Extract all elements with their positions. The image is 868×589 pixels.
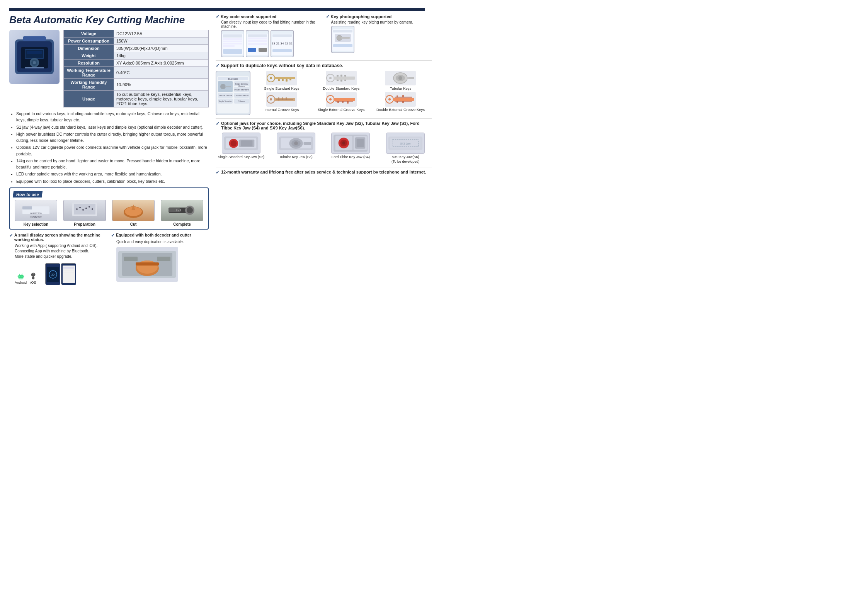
step-preparation: Preparation (63, 200, 106, 226)
svg-rect-139 (334, 98, 355, 101)
spec-label: Usage (64, 91, 114, 107)
svg-rect-77 (259, 48, 267, 52)
dup-content: Duplicate Single External Groove Double … (216, 71, 432, 115)
jaw-grid: Single Standard Key Jaw (S2) (216, 133, 432, 164)
svg-rect-114 (282, 79, 284, 81)
app-screenshot-2 (61, 263, 76, 284)
svg-point-128 (398, 76, 402, 80)
svg-rect-119 (334, 77, 355, 80)
svg-rect-75 (248, 43, 267, 45)
svg-point-8 (33, 61, 36, 64)
svg-text:20: 20 (51, 273, 54, 276)
svg-rect-76 (248, 48, 256, 52)
jaw-s6-img: SX9 Jaw (386, 133, 425, 154)
bullet-list: Support to cut various keys, including a… (9, 111, 209, 184)
spec-row: ResolutionXY Axis:0.005mm Z Axis:0.0025m… (64, 60, 209, 67)
spec-label: Working Humidity Range (64, 79, 114, 91)
svg-point-29 (187, 207, 193, 213)
bullet-item: Support to cut various keys, including a… (16, 111, 209, 123)
svg-rect-172 (357, 139, 364, 147)
spec-value: XY Axis:0.005mm Z Axis:0.0025mm (114, 60, 209, 67)
svg-text:SX9 Jaw: SX9 Jaw (400, 142, 411, 145)
key-type-single-standard-img (266, 71, 297, 85)
svg-text:Duplicate: Duplicate (228, 78, 238, 80)
svg-rect-65 (223, 38, 242, 40)
spec-row: VoltageDC12V/12.5A (64, 30, 209, 37)
app-icons: Android iOS (15, 262, 107, 284)
key-photo-title: ✓ Key photographing supported (326, 14, 432, 19)
spec-value: 0-40°C (114, 67, 209, 79)
svg-rect-39 (17, 276, 18, 277)
svg-text:HU162T00: HU162T00 (30, 212, 42, 214)
spec-row: UsageTo cut automobile keys, residential… (64, 91, 209, 107)
step-complete-img (161, 200, 203, 221)
svg-rect-2 (23, 36, 46, 41)
key-type-double-standard-img (326, 71, 357, 85)
svg-rect-149 (397, 101, 398, 103)
spec-row: Dimension305(W)x300(H)x370(D)mm (64, 45, 209, 52)
key-type-double-standard: Double Standard Keys (312, 71, 370, 90)
key-type-internal-groove-label: Internal Groove Keys (264, 107, 299, 112)
step-key-selection-label: Key selection (24, 222, 48, 226)
svg-rect-67 (223, 43, 242, 44)
key-type-single-external-groove: Single External Groove Keys (312, 92, 370, 112)
feat-decoder-desc: Quick and easy duplication is available. (116, 239, 209, 245)
svg-point-21 (89, 206, 90, 208)
bottom-features: ✓ A small display screen showing the mac… (9, 233, 209, 284)
spec-row: Weight14kg (64, 52, 209, 60)
dup-title: ✓ Support to duplicate keys without key … (216, 63, 432, 68)
svg-rect-89 (333, 44, 352, 47)
svg-point-138 (329, 98, 332, 100)
phone-screen-3: 33 21 34 22 32 (271, 30, 294, 57)
svg-rect-69 (223, 49, 242, 54)
svg-rect-142 (342, 101, 344, 103)
svg-point-170 (342, 141, 345, 145)
phone-screen-2 (246, 30, 269, 57)
svg-point-95 (220, 84, 226, 89)
svg-rect-59 (136, 262, 159, 266)
svg-rect-42 (21, 277, 22, 278)
svg-rect-158 (241, 140, 252, 146)
svg-point-87 (337, 35, 342, 41)
jaw-s3: Tubular Key Jaw (S3) (271, 133, 322, 164)
svg-point-111 (270, 77, 272, 79)
bullet-item: Optional 12V car cigarette power cord co… (16, 144, 209, 157)
specs-table: VoltageDC12V/12.5APower Consumption150WD… (63, 30, 209, 107)
app-screenshot-1: 20 (45, 263, 60, 284)
key-type-double-external-groove-img (385, 92, 416, 107)
svg-rect-124 (340, 75, 342, 77)
svg-text:Double External: Double External (235, 94, 248, 97)
svg-rect-68 (223, 45, 235, 47)
key-type-double-external-groove-label: Double External Groove Keys (376, 107, 425, 112)
svg-rect-134 (278, 97, 279, 100)
jaw-s3-img (277, 133, 315, 154)
duplicate-section: ✓ Support to duplicate keys without key … (216, 63, 432, 115)
step-key-selection: HU162T00 HU162T00 Key selection (15, 200, 57, 226)
jaw-s3-label: Tubular Key Jaw (S3) (279, 155, 313, 160)
dup-phone: Duplicate Single External Groove Double … (216, 71, 250, 115)
bullet-item: High power brushless DC motor controls t… (16, 131, 209, 144)
svg-point-44 (21, 276, 22, 277)
warranty-text: 12-month warranty and lifelong free afte… (221, 170, 426, 174)
svg-point-17 (76, 208, 78, 210)
svg-rect-116 (289, 79, 291, 80)
svg-rect-152 (402, 95, 404, 97)
spec-value: 10-90% (114, 79, 209, 91)
spec-row: Working Humidity Range10-90% (64, 79, 209, 91)
svg-rect-31 (178, 210, 179, 211)
key-type-double-standard-label: Double Standard Keys (323, 86, 359, 90)
feature-display: ✓ A small display screen showing the mac… (9, 233, 107, 284)
jaw-s2-img (222, 133, 260, 154)
svg-rect-66 (223, 41, 242, 42)
feat-display-title: ✓ A small display screen showing the mac… (9, 233, 107, 242)
phone-screen-1 (221, 30, 244, 57)
page-title: Beta Automatic Key Cutting Machine (9, 14, 209, 26)
jaw-s6: SX9 Jaw SX9 Key Jaw(S6) (To be developed… (380, 133, 431, 164)
how-to-steps: HU162T00 HU162T00 Key selection (13, 200, 205, 226)
jaw-s6-label: SX9 Key Jaw(S6) (To be developed) (391, 155, 419, 164)
svg-point-118 (329, 77, 332, 79)
svg-rect-54 (63, 272, 74, 273)
svg-rect-72 (248, 34, 267, 37)
svg-rect-113 (278, 79, 280, 81)
ios-icon: iOS (29, 272, 37, 284)
